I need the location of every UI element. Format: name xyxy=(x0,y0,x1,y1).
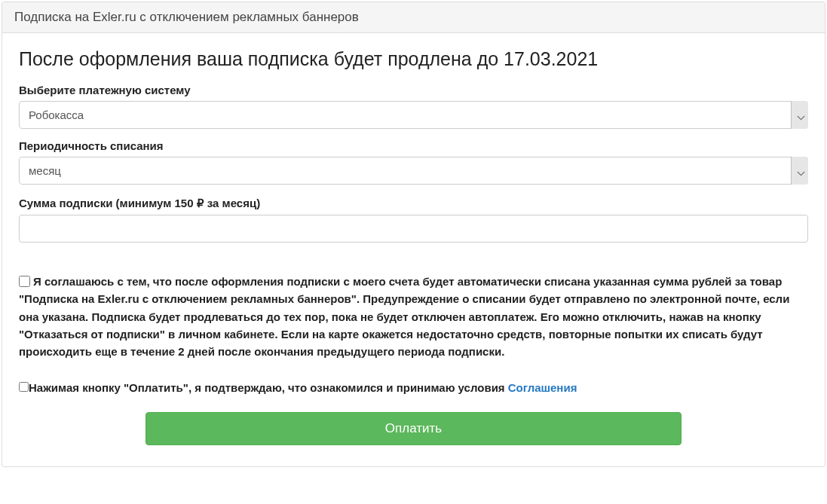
panel-header: Подписка на Exler.ru с отключением рекла… xyxy=(2,2,825,33)
agreement-link[interactable]: Соглашения xyxy=(508,381,577,394)
payment-system-select-wrap: Робокасса xyxy=(19,101,808,129)
submit-wrap: Оплатить xyxy=(19,412,808,445)
agreement-autopay-block: Я соглашаюсь с тем, что после оформления… xyxy=(19,273,808,360)
agreement-terms-text: Нажимая кнопку "Оплатить", я подтверждаю… xyxy=(29,381,508,394)
amount-label: Сумма подписки (минимум 150 ₽ за месяц) xyxy=(19,197,808,210)
payment-system-label: Выберите платежную систему xyxy=(19,84,808,96)
agreement-terms-checkbox[interactable] xyxy=(19,382,29,392)
period-label: Периодичность списания xyxy=(19,139,808,152)
payment-system-select[interactable]: Робокасса xyxy=(19,101,808,129)
amount-input[interactable] xyxy=(19,215,808,243)
agreement-terms-label[interactable]: Нажимая кнопку "Оплатить", я подтверждаю… xyxy=(19,381,577,394)
period-select[interactable]: месяц xyxy=(19,157,808,185)
subscription-panel: Подписка на Exler.ru с отключением рекла… xyxy=(2,2,825,467)
page-title: После оформления ваша подписка будет про… xyxy=(19,48,808,70)
agreement-autopay-checkbox[interactable] xyxy=(19,276,30,287)
pay-button[interactable]: Оплатить xyxy=(145,412,682,445)
agreement-autopay-label[interactable]: Я соглашаюсь с тем, что после оформления… xyxy=(19,275,789,358)
panel-body: После оформления ваша подписка будет про… xyxy=(2,33,825,466)
agreement-terms-block: Нажимая кнопку "Оплатить", я подтверждаю… xyxy=(19,381,808,394)
period-select-wrap: месяц xyxy=(19,157,808,185)
agreement-autopay-text: Я соглашаюсь с тем, что после оформления… xyxy=(19,275,789,358)
